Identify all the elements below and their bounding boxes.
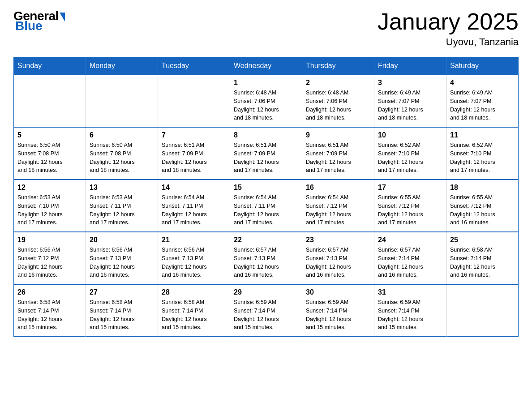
day-number: 17 <box>378 184 442 192</box>
calendar-cell <box>14 75 86 127</box>
day-number: 10 <box>378 131 442 139</box>
calendar-cell: 14Sunrise: 6:54 AM Sunset: 7:11 PM Dayli… <box>158 180 230 232</box>
day-info: Sunrise: 6:48 AM Sunset: 7:06 PM Dayligh… <box>306 89 370 122</box>
calendar-cell: 2Sunrise: 6:48 AM Sunset: 7:06 PM Daylig… <box>302 75 374 127</box>
page-subtitle: Uyovu, Tanzania <box>378 36 519 48</box>
calendar-cell <box>158 75 230 127</box>
logo: General Blue <box>13 9 65 33</box>
page-header: General Blue January 2025 Uyovu, Tanzani… <box>13 9 519 48</box>
calendar-cell: 28Sunrise: 6:58 AM Sunset: 7:14 PM Dayli… <box>158 284 230 337</box>
day-number: 9 <box>306 131 370 139</box>
day-info: Sunrise: 6:59 AM Sunset: 7:14 PM Dayligh… <box>378 298 442 332</box>
day-info: Sunrise: 6:49 AM Sunset: 7:07 PM Dayligh… <box>450 89 515 122</box>
day-info: Sunrise: 6:57 AM Sunset: 7:14 PM Dayligh… <box>378 246 442 279</box>
day-number: 2 <box>306 79 370 87</box>
day-info: Sunrise: 6:58 AM Sunset: 7:14 PM Dayligh… <box>450 246 515 279</box>
day-number: 1 <box>234 79 298 87</box>
calendar-cell: 10Sunrise: 6:52 AM Sunset: 7:10 PM Dayli… <box>374 127 446 180</box>
calendar-cell: 30Sunrise: 6:59 AM Sunset: 7:14 PM Dayli… <box>302 284 374 337</box>
day-number: 27 <box>90 288 154 296</box>
title-section: January 2025 Uyovu, Tanzania <box>378 9 519 48</box>
day-number: 23 <box>306 236 370 244</box>
calendar-cell: 25Sunrise: 6:58 AM Sunset: 7:14 PM Dayli… <box>446 232 519 284</box>
calendar-cell: 12Sunrise: 6:53 AM Sunset: 7:10 PM Dayli… <box>14 180 86 232</box>
day-info: Sunrise: 6:58 AM Sunset: 7:14 PM Dayligh… <box>90 298 154 332</box>
column-header-saturday: Saturday <box>446 57 519 75</box>
calendar-cell: 18Sunrise: 6:55 AM Sunset: 7:12 PM Dayli… <box>446 180 519 232</box>
calendar-cell: 27Sunrise: 6:58 AM Sunset: 7:14 PM Dayli… <box>86 284 158 337</box>
day-info: Sunrise: 6:53 AM Sunset: 7:10 PM Dayligh… <box>17 193 82 227</box>
day-number: 20 <box>90 236 154 244</box>
calendar-cell: 6Sunrise: 6:50 AM Sunset: 7:08 PM Daylig… <box>86 127 158 180</box>
calendar-cell: 8Sunrise: 6:51 AM Sunset: 7:09 PM Daylig… <box>230 127 302 180</box>
day-info: Sunrise: 6:50 AM Sunset: 7:08 PM Dayligh… <box>17 141 82 175</box>
column-header-wednesday: Wednesday <box>230 57 302 75</box>
calendar-cell: 21Sunrise: 6:56 AM Sunset: 7:13 PM Dayli… <box>158 232 230 284</box>
calendar-cell: 26Sunrise: 6:58 AM Sunset: 7:14 PM Dayli… <box>14 284 86 337</box>
column-header-tuesday: Tuesday <box>158 57 230 75</box>
day-info: Sunrise: 6:54 AM Sunset: 7:11 PM Dayligh… <box>234 193 298 227</box>
day-info: Sunrise: 6:54 AM Sunset: 7:11 PM Dayligh… <box>162 193 226 227</box>
day-info: Sunrise: 6:55 AM Sunset: 7:12 PM Dayligh… <box>378 193 442 227</box>
column-header-friday: Friday <box>374 57 446 75</box>
day-info: Sunrise: 6:55 AM Sunset: 7:12 PM Dayligh… <box>450 193 515 227</box>
day-number: 6 <box>90 131 154 139</box>
day-info: Sunrise: 6:58 AM Sunset: 7:14 PM Dayligh… <box>162 298 226 332</box>
calendar-cell: 16Sunrise: 6:54 AM Sunset: 7:12 PM Dayli… <box>302 180 374 232</box>
day-info: Sunrise: 6:57 AM Sunset: 7:13 PM Dayligh… <box>306 246 370 279</box>
column-header-monday: Monday <box>86 57 158 75</box>
calendar-cell: 17Sunrise: 6:55 AM Sunset: 7:12 PM Dayli… <box>374 180 446 232</box>
calendar-cell <box>86 75 158 127</box>
calendar-cell: 1Sunrise: 6:48 AM Sunset: 7:06 PM Daylig… <box>230 75 302 127</box>
day-info: Sunrise: 6:52 AM Sunset: 7:10 PM Dayligh… <box>378 141 442 175</box>
logo-blue-text: Blue <box>15 19 43 33</box>
calendar-cell: 15Sunrise: 6:54 AM Sunset: 7:11 PM Dayli… <box>230 180 302 232</box>
calendar-cell: 24Sunrise: 6:57 AM Sunset: 7:14 PM Dayli… <box>374 232 446 284</box>
calendar-week-5: 26Sunrise: 6:58 AM Sunset: 7:14 PM Dayli… <box>14 284 519 337</box>
day-info: Sunrise: 6:54 AM Sunset: 7:12 PM Dayligh… <box>306 193 370 227</box>
column-header-sunday: Sunday <box>14 57 86 75</box>
day-info: Sunrise: 6:53 AM Sunset: 7:11 PM Dayligh… <box>90 193 154 227</box>
day-number: 21 <box>162 236 226 244</box>
day-number: 30 <box>306 288 370 296</box>
day-info: Sunrise: 6:50 AM Sunset: 7:08 PM Dayligh… <box>90 141 154 175</box>
calendar-cell: 9Sunrise: 6:51 AM Sunset: 7:09 PM Daylig… <box>302 127 374 180</box>
day-number: 26 <box>17 288 82 296</box>
calendar-cell: 4Sunrise: 6:49 AM Sunset: 7:07 PM Daylig… <box>446 75 519 127</box>
day-number: 7 <box>162 131 226 139</box>
day-number: 16 <box>306 184 370 192</box>
day-number: 13 <box>90 184 154 192</box>
day-number: 4 <box>450 79 515 87</box>
calendar-cell: 19Sunrise: 6:56 AM Sunset: 7:12 PM Dayli… <box>14 232 86 284</box>
day-info: Sunrise: 6:52 AM Sunset: 7:10 PM Dayligh… <box>450 141 515 175</box>
day-info: Sunrise: 6:51 AM Sunset: 7:09 PM Dayligh… <box>162 141 226 175</box>
calendar-week-3: 12Sunrise: 6:53 AM Sunset: 7:10 PM Dayli… <box>14 180 519 232</box>
calendar-header-row: SundayMondayTuesdayWednesdayThursdayFrid… <box>14 57 519 75</box>
day-info: Sunrise: 6:57 AM Sunset: 7:13 PM Dayligh… <box>234 246 298 279</box>
calendar-cell: 13Sunrise: 6:53 AM Sunset: 7:11 PM Dayli… <box>86 180 158 232</box>
day-info: Sunrise: 6:51 AM Sunset: 7:09 PM Dayligh… <box>306 141 370 175</box>
day-number: 11 <box>450 131 515 139</box>
day-number: 12 <box>17 184 82 192</box>
day-info: Sunrise: 6:56 AM Sunset: 7:13 PM Dayligh… <box>90 246 154 279</box>
page-title: January 2025 <box>378 9 519 34</box>
day-info: Sunrise: 6:56 AM Sunset: 7:13 PM Dayligh… <box>162 246 226 279</box>
day-info: Sunrise: 6:49 AM Sunset: 7:07 PM Dayligh… <box>378 89 442 122</box>
calendar-week-2: 5Sunrise: 6:50 AM Sunset: 7:08 PM Daylig… <box>14 127 519 180</box>
calendar-table: SundayMondayTuesdayWednesdayThursdayFrid… <box>13 57 519 337</box>
day-number: 3 <box>378 79 442 87</box>
day-number: 15 <box>234 184 298 192</box>
day-info: Sunrise: 6:56 AM Sunset: 7:12 PM Dayligh… <box>17 246 82 279</box>
day-number: 18 <box>450 184 515 192</box>
day-info: Sunrise: 6:48 AM Sunset: 7:06 PM Dayligh… <box>234 89 298 122</box>
day-number: 8 <box>234 131 298 139</box>
day-number: 29 <box>234 288 298 296</box>
day-info: Sunrise: 6:59 AM Sunset: 7:14 PM Dayligh… <box>306 298 370 332</box>
day-number: 19 <box>17 236 82 244</box>
calendar-cell: 31Sunrise: 6:59 AM Sunset: 7:14 PM Dayli… <box>374 284 446 337</box>
calendar-cell: 3Sunrise: 6:49 AM Sunset: 7:07 PM Daylig… <box>374 75 446 127</box>
day-number: 24 <box>378 236 442 244</box>
day-number: 31 <box>378 288 442 296</box>
calendar-cell: 23Sunrise: 6:57 AM Sunset: 7:13 PM Dayli… <box>302 232 374 284</box>
day-info: Sunrise: 6:59 AM Sunset: 7:14 PM Dayligh… <box>234 298 298 332</box>
